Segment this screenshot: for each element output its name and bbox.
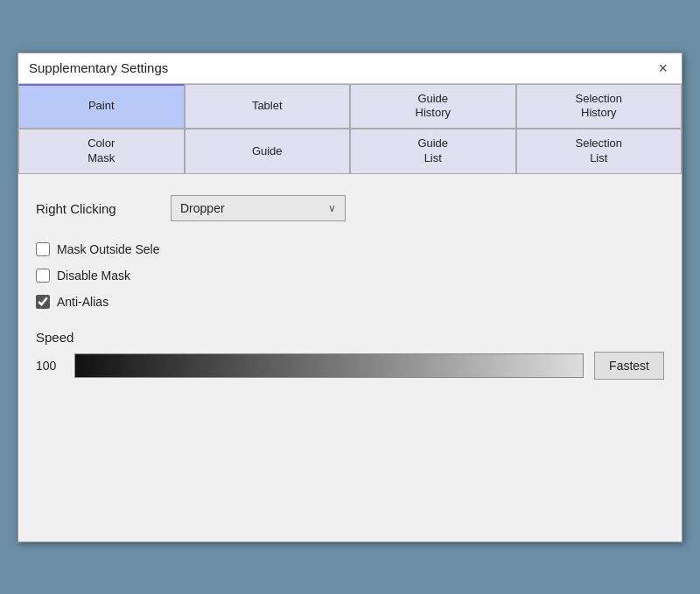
- mask-outside-label: Mask Outside Sele: [57, 242, 160, 256]
- speed-label: Speed: [36, 330, 664, 345]
- content-area: Right Clicking Dropper ∨ Mask Outside Se…: [18, 174, 682, 401]
- right-clicking-dropdown[interactable]: Dropper ∨: [171, 195, 346, 221]
- disable-mask-row: Disable Mask: [36, 269, 664, 283]
- mask-outside-checkbox[interactable]: [36, 242, 50, 256]
- title-bar: Supplementary Settings ×: [18, 53, 682, 84]
- checkboxes-section: Mask Outside Sele Disable Mask Anti-Alia…: [36, 242, 664, 309]
- right-clicking-row: Right Clicking Dropper ∨: [36, 195, 664, 221]
- close-button[interactable]: ×: [654, 60, 671, 76]
- dropdown-value: Dropper: [180, 201, 225, 215]
- chevron-down-icon: ∨: [328, 202, 336, 214]
- tab-paint[interactable]: Paint: [18, 84, 185, 129]
- tab-tablet[interactable]: Tablet: [185, 84, 351, 129]
- right-clicking-label: Right Clicking: [36, 201, 150, 216]
- tab-guide-list[interactable]: GuideList: [350, 129, 516, 173]
- speed-row: 100 Fastest: [36, 352, 664, 380]
- anti-alias-checkbox[interactable]: [36, 295, 50, 309]
- dialog-title: Supplementary Settings: [29, 60, 168, 75]
- tab-guide[interactable]: Guide: [185, 129, 351, 173]
- tab-guide-history[interactable]: GuideHistory: [350, 84, 516, 129]
- tabs-row-2: ColorMask Guide GuideList SelectionList: [18, 129, 682, 174]
- mask-outside-row: Mask Outside Sele: [36, 242, 664, 256]
- anti-alias-label: Anti-Alias: [57, 295, 108, 309]
- disable-mask-label: Disable Mask: [57, 269, 130, 283]
- speed-value: 100: [36, 359, 64, 373]
- speed-slider[interactable]: [74, 353, 584, 378]
- tab-color-mask[interactable]: ColorMask: [18, 129, 185, 173]
- tabs-row-1: Paint Tablet GuideHistory SelectionHisto…: [18, 84, 682, 129]
- tab-selection-list[interactable]: SelectionList: [516, 129, 682, 173]
- fastest-button[interactable]: Fastest: [594, 352, 664, 380]
- supplementary-settings-dialog: Supplementary Settings × Paint Tablet Gu…: [18, 52, 682, 542]
- tab-selection-history[interactable]: SelectionHistory: [516, 84, 682, 129]
- speed-section: Speed 100 Fastest: [36, 330, 664, 380]
- anti-alias-row: Anti-Alias: [36, 295, 664, 309]
- disable-mask-checkbox[interactable]: [36, 269, 50, 283]
